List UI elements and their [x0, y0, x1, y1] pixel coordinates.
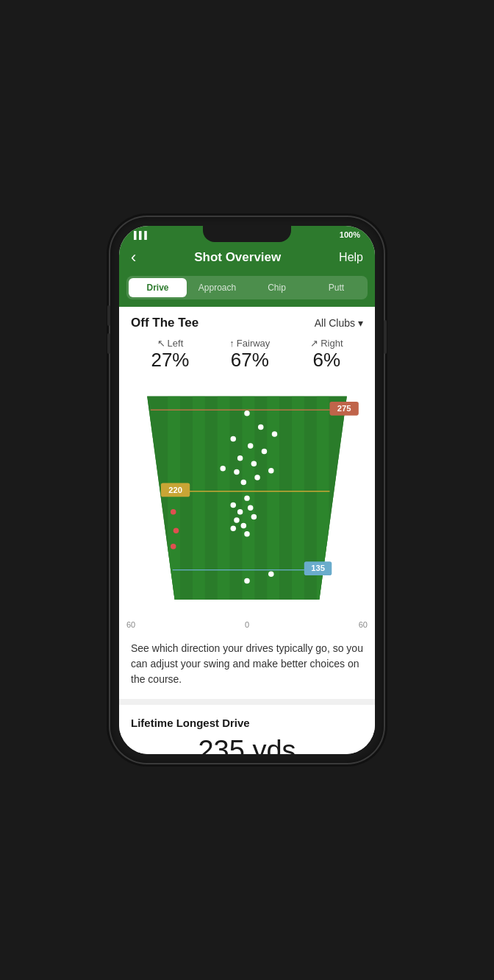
fairway-chart: 275 220 135 — [126, 382, 368, 617]
tab-chip[interactable]: Chip — [248, 278, 306, 297]
battery-indicator: 100% — [340, 230, 360, 239]
tab-approach[interactable]: Approach — [188, 278, 246, 297]
svg-point-34 — [237, 509, 243, 514]
phone-screen: ▌▌▌ 100% ‹ Shot Overview Help Drive Appr… — [119, 226, 375, 754]
signal-icon: ▌▌▌ — [134, 231, 149, 239]
svg-point-45 — [171, 544, 176, 549]
axis-label-right: 60 — [359, 620, 368, 629]
svg-point-39 — [231, 526, 236, 531]
club-filter-dropdown[interactable]: All Clubs ▾ — [315, 317, 363, 329]
lifetime-label: Lifetime Longest Drive — [131, 717, 363, 729]
direction-left-value: 27% — [151, 349, 189, 372]
direction-fairway: ↑ Fairway 67% — [229, 338, 270, 372]
svg-text:135: 135 — [311, 564, 325, 572]
svg-point-23 — [248, 443, 253, 448]
svg-point-19 — [244, 411, 249, 416]
svg-point-35 — [248, 505, 253, 510]
svg-rect-7 — [267, 396, 279, 599]
direction-right-label: ↗ Right — [310, 338, 343, 349]
svg-point-41 — [268, 571, 273, 576]
svg-point-26 — [251, 461, 257, 466]
arrow-up-icon: ↑ — [229, 338, 235, 349]
svg-point-20 — [258, 425, 263, 430]
svg-point-25 — [237, 455, 243, 461]
svg-point-28 — [234, 469, 239, 475]
svg-point-32 — [244, 495, 249, 500]
axis-label-center: 0 — [245, 620, 249, 629]
svg-point-24 — [262, 449, 267, 454]
tab-putt[interactable]: Putt — [307, 278, 365, 297]
arrow-left-icon: ↖ — [157, 338, 165, 349]
section-header: Off The Tee All Clubs ▾ — [119, 307, 375, 335]
svg-point-42 — [244, 578, 249, 583]
tabs-container: Drive Approach Chip Putt — [119, 276, 375, 307]
direction-left: ↖ Left 27% — [151, 338, 189, 372]
section-title: Off The Tee — [131, 316, 198, 330]
svg-point-44 — [173, 528, 179, 533]
direction-left-label: ↖ Left — [151, 338, 189, 349]
svg-point-21 — [272, 431, 277, 436]
power-button[interactable] — [384, 320, 387, 354]
chevron-down-icon: ▾ — [358, 317, 363, 329]
direction-stats: ↖ Left 27% ↑ Fairway 67% ↗ Right — [119, 335, 375, 382]
tab-drive[interactable]: Drive — [129, 278, 187, 297]
svg-point-22 — [231, 436, 236, 441]
direction-fairway-value: 67% — [229, 349, 270, 372]
axis-label-left: 60 — [126, 620, 135, 629]
notch — [203, 226, 291, 242]
description-text: See which direction your drives typicall… — [119, 632, 375, 696]
direction-fairway-label: ↑ Fairway — [229, 338, 270, 349]
page-title: Shot Overview — [194, 250, 281, 265]
direction-right: ↗ Right 6% — [310, 338, 343, 372]
svg-point-27 — [220, 466, 225, 471]
svg-point-37 — [241, 523, 246, 528]
club-filter-label: All Clubs — [315, 317, 355, 329]
chart-axis-labels: 60 0 60 — [119, 617, 375, 632]
help-button[interactable]: Help — [339, 251, 363, 264]
lifetime-section: Lifetime Longest Drive 235 yds — [119, 708, 375, 754]
back-button[interactable]: ‹ — [131, 248, 136, 267]
svg-rect-4 — [193, 396, 205, 599]
svg-rect-3 — [168, 396, 180, 599]
svg-point-31 — [268, 468, 273, 473]
svg-point-38 — [251, 514, 257, 519]
svg-point-36 — [234, 517, 239, 522]
svg-point-30 — [254, 475, 259, 480]
lifetime-value: 235 yds — [131, 729, 363, 754]
arrow-right-icon: ↗ — [310, 338, 318, 349]
svg-point-40 — [244, 531, 249, 536]
app-header: ‹ Shot Overview Help — [119, 242, 375, 276]
direction-right-value: 6% — [310, 349, 343, 372]
svg-text:220: 220 — [168, 486, 182, 494]
section-divider — [119, 699, 375, 705]
phone-frame: ▌▌▌ 100% ‹ Shot Overview Help Drive Appr… — [110, 217, 384, 763]
shot-scatter-chart: 275 220 135 — [126, 382, 368, 617]
shot-type-tabs: Drive Approach Chip Putt — [126, 276, 368, 299]
main-content: Off The Tee All Clubs ▾ ↖ Left 27% ↑ — [119, 307, 375, 754]
svg-text:275: 275 — [337, 404, 351, 413]
volume-down-button[interactable] — [107, 333, 110, 354]
svg-rect-8 — [292, 396, 304, 599]
svg-point-33 — [231, 503, 236, 508]
volume-up-button[interactable] — [107, 305, 110, 326]
svg-point-43 — [171, 509, 176, 514]
svg-rect-5 — [218, 396, 230, 599]
svg-point-29 — [241, 480, 246, 485]
